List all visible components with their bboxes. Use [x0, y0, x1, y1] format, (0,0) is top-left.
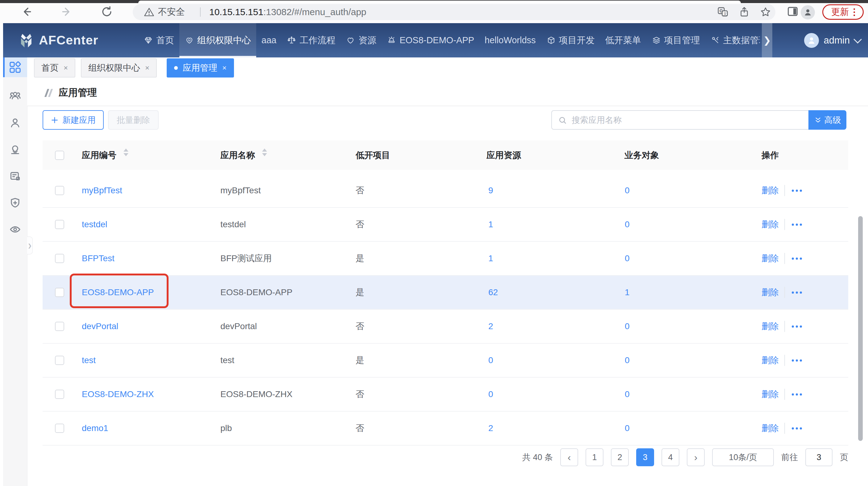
select-all-checkbox[interactable]	[55, 151, 64, 160]
sidebar-item-team[interactable]	[3, 86, 27, 105]
row-checkbox[interactable]	[55, 220, 64, 229]
advanced-search-button[interactable]: 高级	[808, 110, 846, 130]
tab-org-auth-center[interactable]: 组织权限中心×	[81, 58, 157, 78]
address-bar[interactable]: 不安全 10.15.15.151:13082/#/menu_auth/app G…	[133, 4, 775, 20]
delete-link[interactable]: 删除	[762, 242, 779, 275]
browser-forward-button[interactable]	[61, 5, 73, 18]
more-actions-button[interactable]	[792, 174, 802, 207]
row-checkbox[interactable]	[55, 390, 64, 399]
row-checkbox[interactable]	[55, 424, 64, 433]
new-app-button[interactable]: 新建应用	[42, 110, 104, 130]
row-checkbox[interactable]	[55, 322, 64, 331]
side-panel-icon[interactable]	[786, 5, 799, 18]
goto-page-input[interactable]	[805, 448, 833, 466]
more-actions-button[interactable]	[792, 377, 802, 411]
close-icon[interactable]: ×	[222, 64, 226, 72]
app-resources-link[interactable]: 62	[488, 276, 498, 309]
nav-item-project-dev[interactable]: 项目开发	[541, 23, 600, 57]
app-code-link[interactable]: testdel	[82, 208, 107, 241]
delete-link[interactable]: 删除	[762, 377, 779, 411]
row-checkbox[interactable]	[55, 356, 64, 365]
nav-item-aaa[interactable]: aaa	[256, 23, 281, 57]
delete-link[interactable]: 删除	[762, 412, 779, 445]
row-checkbox[interactable]	[55, 254, 64, 263]
sidebar-collapse-handle[interactable]: ❯	[27, 237, 33, 254]
business-objects-link[interactable]: 0	[625, 344, 630, 377]
delete-link[interactable]: 删除	[762, 174, 779, 207]
business-objects-link[interactable]: 0	[625, 412, 630, 445]
nav-item-home[interactable]: 首页	[138, 23, 179, 57]
bookmark-star-icon[interactable]	[760, 6, 771, 18]
nav-scroll-right-button[interactable]: ❯	[762, 23, 772, 57]
nav-item-eos8-demo-app[interactable]: EOS8-DEMO-APP	[381, 23, 479, 57]
batch-delete-button[interactable]: 批量删除	[108, 110, 159, 130]
row-checkbox[interactable]	[55, 186, 64, 195]
sort-icon[interactable]	[262, 149, 267, 156]
app-resources-link[interactable]: 2	[488, 412, 493, 445]
sidebar-item-user[interactable]	[3, 113, 27, 133]
row-checkbox[interactable]	[55, 288, 64, 297]
tab-app-management[interactable]: 应用管理×	[167, 58, 234, 78]
brand[interactable]: AFCenter	[18, 23, 98, 57]
prev-page-button[interactable]: ‹	[560, 448, 578, 466]
page-size-select[interactable]: 10条/页	[712, 448, 774, 466]
business-objects-link[interactable]: 0	[625, 242, 630, 275]
app-resources-link[interactable]: 1	[488, 208, 493, 241]
browser-menu-icon[interactable]	[854, 8, 855, 16]
tab-home[interactable]: 首页×	[34, 58, 75, 78]
app-resources-link[interactable]: 0	[488, 377, 493, 411]
page-button-1[interactable]: 1	[586, 448, 603, 466]
sort-icon[interactable]	[123, 149, 128, 156]
nav-item-workflow[interactable]: 工作流程	[281, 23, 340, 57]
business-objects-link[interactable]: 0	[625, 208, 630, 241]
user-menu[interactable]: admin	[804, 23, 861, 57]
sidebar-item-stamp[interactable]	[3, 140, 27, 160]
nav-item-lowcode-menu[interactable]: 低开菜单	[600, 23, 646, 57]
browser-reload-button[interactable]	[101, 5, 113, 18]
column-header-app-name[interactable]: 应用名称	[220, 141, 255, 170]
more-actions-button[interactable]	[792, 242, 802, 275]
business-objects-link[interactable]: 0	[625, 377, 630, 411]
app-resources-link[interactable]: 2	[488, 310, 493, 343]
app-code-link[interactable]: EOS8-DEMO-APP	[82, 276, 154, 309]
app-code-link[interactable]: devPortal	[82, 310, 118, 343]
search-input[interactable]	[571, 111, 801, 130]
sidebar-item-apps[interactable]	[3, 57, 27, 77]
more-actions-button[interactable]	[792, 208, 802, 241]
sidebar-item-eye[interactable]	[3, 219, 27, 239]
business-objects-link[interactable]: 0	[625, 310, 630, 343]
sidebar-item-shield[interactable]	[3, 193, 27, 213]
app-resources-link[interactable]: 0	[488, 344, 493, 377]
nav-item-master-data[interactable]: 主数据管理	[705, 23, 760, 57]
close-icon[interactable]: ×	[64, 64, 68, 72]
delete-link[interactable]: 删除	[762, 344, 779, 377]
business-objects-link[interactable]: 1	[625, 276, 630, 309]
browser-back-button[interactable]	[20, 5, 33, 18]
close-icon[interactable]: ×	[145, 64, 149, 72]
more-actions-button[interactable]	[792, 310, 802, 343]
next-page-button[interactable]: ›	[687, 448, 705, 466]
nav-item-project-mgmt[interactable]: 项目管理	[646, 23, 705, 57]
sidebar-item-report[interactable]	[3, 166, 27, 186]
nav-item-resources[interactable]: 资源	[340, 23, 381, 57]
page-button-4[interactable]: 4	[661, 448, 679, 466]
app-resources-link[interactable]: 9	[488, 174, 493, 207]
share-icon[interactable]	[739, 6, 750, 18]
delete-link[interactable]: 删除	[762, 208, 779, 241]
more-actions-button[interactable]	[792, 344, 802, 377]
app-code-link[interactable]: EOS8-DEMO-ZHX	[82, 377, 154, 411]
page-button-2[interactable]: 2	[611, 448, 629, 466]
app-code-link[interactable]: demo1	[82, 412, 108, 445]
browser-profile-avatar[interactable]	[801, 5, 815, 20]
more-actions-button[interactable]	[792, 412, 802, 445]
delete-link[interactable]: 删除	[762, 276, 779, 309]
delete-link[interactable]: 删除	[762, 310, 779, 343]
app-code-link[interactable]: test	[82, 344, 96, 377]
vertical-scrollbar[interactable]	[858, 216, 863, 441]
column-header-app-code[interactable]: 应用编号	[82, 141, 116, 170]
browser-active-tab[interactable]	[138, 1, 741, 3]
nav-item-org-auth-center[interactable]: 组织权限中心	[179, 23, 256, 57]
app-code-link[interactable]: BFPTest	[82, 242, 115, 275]
browser-update-button[interactable]: 更新	[822, 4, 864, 20]
page-button-3[interactable]: 3	[636, 448, 654, 466]
